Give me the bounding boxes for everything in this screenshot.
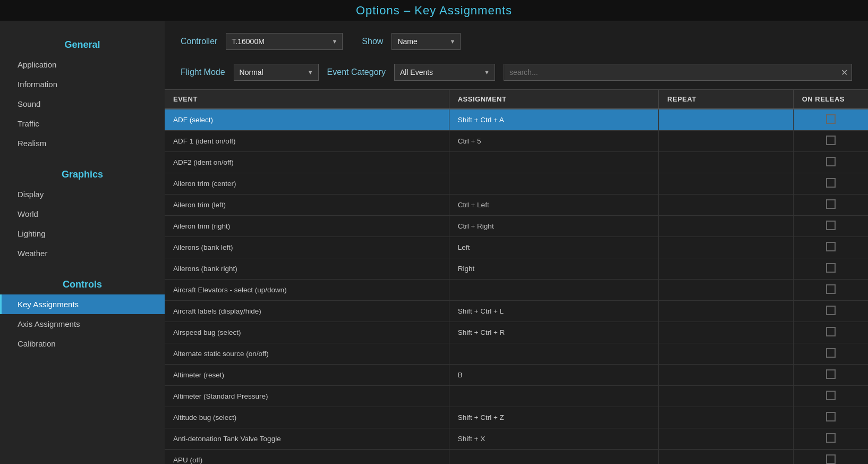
- cell-repeat: [659, 280, 794, 301]
- table-row[interactable]: Airspeed bug (select)Shift + Ctrl + R: [165, 322, 868, 343]
- onrelease-checkbox[interactable]: [826, 391, 836, 400]
- sidebar-item-axis-assignments[interactable]: Axis Assignments: [0, 314, 165, 334]
- cell-onrelease[interactable]: [793, 237, 868, 258]
- cell-assignment: Ctrl + 5: [449, 131, 658, 152]
- cell-onrelease[interactable]: [793, 195, 868, 216]
- show-select-wrapper[interactable]: Name Code: [392, 33, 461, 50]
- cell-repeat: [659, 237, 794, 258]
- onrelease-checkbox[interactable]: [826, 199, 836, 209]
- cell-onrelease[interactable]: [793, 152, 868, 173]
- cell-onrelease[interactable]: [793, 258, 868, 280]
- sidebar-item-display[interactable]: Display: [0, 184, 165, 204]
- sidebar-item-realism[interactable]: Realism: [0, 133, 165, 153]
- onrelease-checkbox[interactable]: [826, 263, 836, 273]
- sidebar-item-calibration[interactable]: Calibration: [0, 334, 165, 353]
- cell-event: Altimeter (Standard Pressure): [165, 386, 449, 407]
- table-row[interactable]: ADF2 (ident on/off): [165, 152, 868, 173]
- cell-assignment: [449, 343, 658, 365]
- table-row[interactable]: Altimeter (Standard Pressure): [165, 386, 868, 407]
- onrelease-checkbox[interactable]: [826, 136, 836, 145]
- controller-row: Controller T.16000M Keyboard Mouse Show …: [165, 21, 868, 62]
- cell-repeat: [659, 173, 794, 195]
- cell-onrelease[interactable]: [793, 109, 868, 131]
- cell-event: Airspeed bug (select): [165, 322, 449, 343]
- onrelease-checkbox[interactable]: [826, 284, 836, 294]
- onrelease-checkbox[interactable]: [826, 221, 836, 230]
- table-row[interactable]: Anti-detonation Tank Valve ToggleShift +…: [165, 428, 868, 450]
- flight-mode-select-wrapper[interactable]: Normal Expert Beginner: [234, 64, 319, 81]
- cell-onrelease[interactable]: [793, 322, 868, 343]
- sidebar-item-sound[interactable]: Sound: [0, 94, 165, 114]
- table-row[interactable]: Aileron trim (center): [165, 173, 868, 195]
- cell-onrelease[interactable]: [793, 216, 868, 237]
- show-label: Show: [362, 37, 383, 46]
- search-clear-icon[interactable]: ✕: [841, 68, 848, 78]
- events-table-container[interactable]: EVENT ASSIGNMENT REPEAT ON RELEAS ADF (s…: [165, 89, 868, 464]
- table-row[interactable]: Aileron trim (right)Ctrl + Right: [165, 216, 868, 237]
- cell-assignment: Shift + X: [449, 428, 658, 450]
- sidebar-item-lighting[interactable]: Lighting: [0, 224, 165, 243]
- cell-repeat: [659, 216, 794, 237]
- onrelease-checkbox[interactable]: [826, 454, 836, 464]
- flight-mode-select[interactable]: Normal Expert Beginner: [234, 64, 319, 81]
- table-row[interactable]: Aircraft labels (display/hide)Shift + Ct…: [165, 301, 868, 322]
- cell-assignment: [449, 450, 658, 465]
- cell-event: ADF (select): [165, 109, 449, 131]
- onrelease-checkbox[interactable]: [826, 157, 836, 166]
- cell-repeat: [659, 450, 794, 465]
- onrelease-checkbox[interactable]: [826, 178, 836, 188]
- event-category-select-wrapper[interactable]: All Events Navigation Autopilot Engine: [394, 64, 495, 81]
- sidebar-item-traffic[interactable]: Traffic: [0, 114, 165, 133]
- sidebar-item-key-assignments[interactable]: Key Assignments: [0, 294, 165, 314]
- cell-onrelease[interactable]: [793, 301, 868, 322]
- cell-onrelease[interactable]: [793, 280, 868, 301]
- onrelease-checkbox[interactable]: [826, 306, 836, 315]
- content-area: Controller T.16000M Keyboard Mouse Show …: [165, 21, 868, 464]
- cell-onrelease[interactable]: [793, 386, 868, 407]
- cell-repeat: [659, 301, 794, 322]
- table-row[interactable]: Aircraft Elevators - select (up/down): [165, 280, 868, 301]
- cell-event: APU (off): [165, 450, 449, 465]
- event-category-select[interactable]: All Events Navigation Autopilot Engine: [394, 64, 495, 81]
- table-row[interactable]: APU (off): [165, 450, 868, 465]
- cell-onrelease[interactable]: [793, 450, 868, 465]
- cell-onrelease[interactable]: [793, 407, 868, 428]
- onrelease-checkbox[interactable]: [826, 114, 836, 124]
- search-wrapper[interactable]: ✕: [504, 64, 852, 81]
- cell-onrelease[interactable]: [793, 428, 868, 450]
- cell-onrelease[interactable]: [793, 343, 868, 365]
- table-row[interactable]: Aileron trim (left)Ctrl + Left: [165, 195, 868, 216]
- onrelease-checkbox[interactable]: [826, 433, 836, 443]
- table-row[interactable]: Ailerons (bank left)Left: [165, 237, 868, 258]
- cell-event: Altitude bug (select): [165, 407, 449, 428]
- controller-label: Controller: [181, 37, 217, 46]
- table-row[interactable]: ADF (select)Shift + Ctrl + A: [165, 109, 868, 131]
- onrelease-checkbox[interactable]: [826, 327, 836, 336]
- controller-select[interactable]: T.16000M Keyboard Mouse: [226, 33, 343, 50]
- table-row[interactable]: Altimeter (reset)B: [165, 365, 868, 386]
- onrelease-checkbox[interactable]: [826, 242, 836, 251]
- sidebar-item-application[interactable]: Application: [0, 55, 165, 74]
- cell-assignment: Shift + Ctrl + L: [449, 301, 658, 322]
- onrelease-checkbox[interactable]: [826, 348, 836, 358]
- controller-select-wrapper[interactable]: T.16000M Keyboard Mouse: [226, 33, 343, 50]
- cell-assignment: Ctrl + Right: [449, 216, 658, 237]
- onrelease-checkbox[interactable]: [826, 412, 836, 421]
- col-header-onrelease: ON RELEAS: [793, 90, 868, 109]
- table-row[interactable]: Alternate static source (on/off): [165, 343, 868, 365]
- cell-onrelease[interactable]: [793, 131, 868, 152]
- show-select[interactable]: Name Code: [392, 33, 461, 50]
- sidebar-item-world[interactable]: World: [0, 204, 165, 224]
- cell-onrelease[interactable]: [793, 365, 868, 386]
- sidebar-item-information[interactable]: Information: [0, 74, 165, 94]
- table-row[interactable]: ADF 1 (ident on/off)Ctrl + 5: [165, 131, 868, 152]
- search-input[interactable]: [504, 64, 852, 81]
- onrelease-checkbox[interactable]: [826, 369, 836, 379]
- cell-assignment: Shift + Ctrl + R: [449, 322, 658, 343]
- sidebar-item-weather[interactable]: Weather: [0, 243, 165, 263]
- page-title: Options – Key Assignments: [356, 4, 512, 18]
- cell-repeat: [659, 428, 794, 450]
- table-row[interactable]: Ailerons (bank right)Right: [165, 258, 868, 280]
- table-row[interactable]: Altitude bug (select)Shift + Ctrl + Z: [165, 407, 868, 428]
- cell-onrelease[interactable]: [793, 173, 868, 195]
